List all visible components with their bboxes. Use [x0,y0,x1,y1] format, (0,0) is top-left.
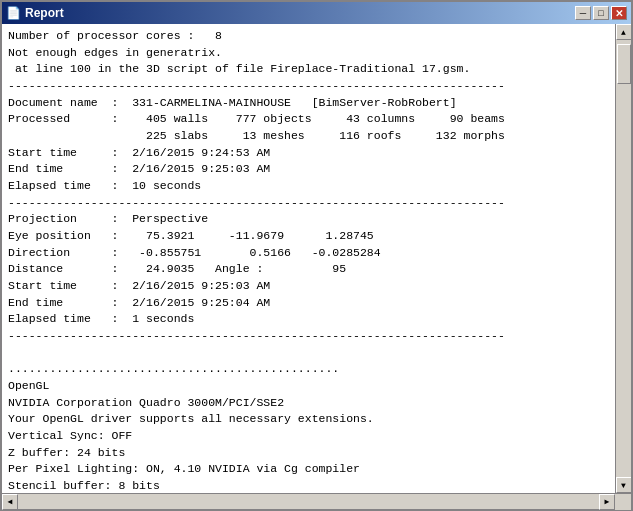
minimize-button[interactable]: ─ [575,6,591,20]
title-bar-text: 📄 Report [6,6,64,20]
report-window: 📄 Report ─ □ ✕ Number of processor cores… [0,0,633,511]
title-bar: 📄 Report ─ □ ✕ [2,2,631,24]
scrollbar-corner [615,494,631,510]
vertical-scrollbar: ▲ ▼ [615,24,631,493]
scroll-up-button[interactable]: ▲ [616,24,632,40]
scroll-down-button[interactable]: ▼ [616,477,632,493]
content-area: Number of processor cores : 8 Not enough… [2,24,631,493]
scroll-right-button[interactable]: ▶ [599,494,615,510]
window-title: Report [25,6,64,20]
scroll-track-vertical [616,40,631,477]
maximize-button[interactable]: □ [593,6,609,20]
scroll-track-horizontal [18,494,599,509]
scroll-thumb-vertical[interactable] [617,44,631,84]
window-icon: 📄 [6,6,21,20]
title-bar-buttons: ─ □ ✕ [575,6,627,20]
close-button[interactable]: ✕ [611,6,627,20]
report-text-area[interactable]: Number of processor cores : 8 Not enough… [2,24,615,493]
scroll-left-button[interactable]: ◀ [2,494,18,510]
bottom-bar: ◀ ▶ [2,493,631,509]
